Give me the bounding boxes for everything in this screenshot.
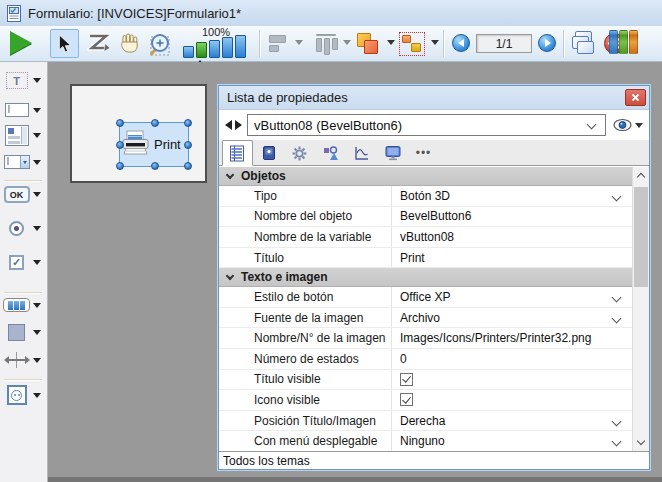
visibility-options-button[interactable] xyxy=(613,118,643,132)
checkbox-checked[interactable] xyxy=(400,373,413,386)
previous-page-button[interactable] xyxy=(452,34,470,52)
level-objects-button[interactable] xyxy=(355,31,381,57)
property-row-numero-estados[interactable]: Número de estados 0 xyxy=(219,349,632,370)
radio-button-tool[interactable] xyxy=(0,221,48,236)
chevron-down-icon[interactable] xyxy=(612,192,622,202)
zoom-bar-400[interactable] xyxy=(222,37,233,58)
zoom-bar-800[interactable] xyxy=(235,35,246,58)
scroll-down-icon[interactable] xyxy=(633,434,649,451)
property-value[interactable]: Ninguno xyxy=(400,434,445,448)
checkbox-checked[interactable] xyxy=(400,393,413,406)
zoom-bar-50[interactable] xyxy=(183,46,194,58)
chevron-down-icon[interactable] xyxy=(33,260,41,265)
property-row-titulo-visible[interactable]: Título visible xyxy=(219,370,632,391)
form-page-area[interactable]: Print xyxy=(70,84,207,183)
property-value[interactable]: Office XP xyxy=(400,290,450,304)
button-grid-tool[interactable] xyxy=(0,298,48,312)
text-tool[interactable]: T xyxy=(0,72,48,89)
next-object-icon[interactable] xyxy=(235,120,242,130)
scroll-up-icon[interactable] xyxy=(633,167,649,184)
chevron-down-icon[interactable] xyxy=(33,192,41,197)
tab-book[interactable] xyxy=(253,141,284,165)
property-value[interactable]: Archivo xyxy=(400,311,440,325)
section-header-texto-imagen[interactable]: Texto e imagen xyxy=(219,268,632,287)
chevron-down-icon[interactable] xyxy=(612,313,622,323)
chevron-down-icon[interactable] xyxy=(33,303,41,308)
entry-order-tool-button[interactable] xyxy=(87,32,111,54)
section-header-objetos[interactable]: Objetos xyxy=(219,167,632,186)
align-button[interactable] xyxy=(267,34,293,54)
splitter-tool[interactable] xyxy=(0,352,48,368)
property-value[interactable]: BevelButton6 xyxy=(400,209,471,223)
execute-form-button[interactable] xyxy=(10,31,32,55)
property-row-posicion-titulo-imagen[interactable]: Posición Título/Imagen Derecha xyxy=(219,411,632,432)
next-page-button[interactable] xyxy=(538,34,556,52)
group-objects-button[interactable] xyxy=(399,32,425,56)
property-value[interactable]: Images/Icons/Printers/Printer32.png xyxy=(400,331,591,345)
chevron-down-icon[interactable] xyxy=(33,108,41,113)
rectangle-tool[interactable] xyxy=(0,324,48,341)
tab-more[interactable]: ••• xyxy=(408,141,439,165)
selection-handle-s[interactable] xyxy=(151,162,159,170)
close-button[interactable] xyxy=(625,89,646,106)
tab-shapes[interactable] xyxy=(315,141,346,165)
input-tool[interactable]: I xyxy=(0,103,48,117)
display-pages-button[interactable] xyxy=(570,31,596,55)
property-row-con-menu-desplegable[interactable]: Con menú desplegable Ninguno xyxy=(219,431,632,451)
window-titlebar[interactable]: Formulario: [INVOICES]Formulario1* xyxy=(0,0,662,26)
align-dropdown[interactable] xyxy=(295,40,303,45)
tab-events[interactable] xyxy=(284,141,315,165)
zoom-bar-200[interactable] xyxy=(209,40,220,58)
scrollbar-thumb[interactable] xyxy=(634,187,648,287)
zoom-bar-100-active[interactable] xyxy=(196,42,207,58)
selection-handle-se[interactable] xyxy=(184,162,192,170)
chevron-down-icon[interactable] xyxy=(33,226,41,231)
selection-handle-sw[interactable] xyxy=(116,162,124,170)
chevron-down-icon[interactable] xyxy=(612,293,622,303)
property-row-fuente-imagen[interactable]: Fuente de la imagen Archivo xyxy=(219,308,632,329)
property-row-nombre-imagen[interactable]: Nombre/N° de la imagen Images/Icons/Prin… xyxy=(219,328,632,349)
select-tool-button[interactable] xyxy=(50,29,79,58)
property-row-nombre-variable[interactable]: Nombre de la variable vButton08 xyxy=(219,227,632,248)
chevron-down-icon[interactable] xyxy=(612,437,622,447)
property-row-nombre-objeto[interactable]: Nombre del objeto BevelButton6 xyxy=(219,207,632,228)
zoom-level-control[interactable]: 100% xyxy=(181,27,251,60)
tab-property-list[interactable] xyxy=(222,140,253,166)
property-row-tipo[interactable]: Tipo Botón 3D xyxy=(219,186,632,207)
previous-object-icon[interactable] xyxy=(225,120,232,130)
selection-handle-nw[interactable] xyxy=(116,119,124,127)
tab-chart[interactable] xyxy=(346,141,377,165)
combo-box-tool[interactable]: I xyxy=(0,155,48,169)
selection-handle-n[interactable] xyxy=(151,119,159,127)
plugin-area-tool[interactable] xyxy=(0,385,48,405)
group-dropdown[interactable] xyxy=(431,40,439,45)
distribute-button[interactable] xyxy=(313,32,341,56)
property-window-titlebar[interactable]: Lista de propiedades xyxy=(219,86,649,110)
property-scrollbar[interactable] xyxy=(632,167,649,451)
chevron-down-icon[interactable] xyxy=(33,393,41,398)
zoom-bars[interactable] xyxy=(183,35,246,58)
property-value[interactable]: Botón 3D xyxy=(400,189,450,203)
distribute-dropdown[interactable] xyxy=(343,40,351,45)
chevron-down-icon[interactable] xyxy=(612,416,622,426)
property-row-icono-visible[interactable]: Icono visible xyxy=(219,390,632,411)
chevron-down-icon[interactable] xyxy=(33,78,41,83)
selected-bevel-button[interactable]: Print xyxy=(119,122,189,167)
property-value[interactable]: Print xyxy=(400,251,425,265)
object-selector[interactable]: vButton08 (BevelButton6) xyxy=(247,114,606,136)
chevron-down-icon[interactable] xyxy=(33,330,41,335)
button-tool[interactable]: OK xyxy=(0,186,48,203)
chevron-down-icon[interactable] xyxy=(33,160,41,165)
chevron-down-icon[interactable] xyxy=(33,133,41,138)
pan-tool-button[interactable] xyxy=(118,32,141,55)
selection-handle-w[interactable] xyxy=(116,141,124,149)
property-row-titulo[interactable]: Título Print xyxy=(219,248,632,269)
explorer-button[interactable] xyxy=(609,30,638,54)
property-value[interactable]: vButton08 xyxy=(400,230,454,244)
zoom-tool-button[interactable] xyxy=(148,31,174,57)
chevron-down-icon[interactable] xyxy=(33,358,41,363)
level-dropdown[interactable] xyxy=(387,40,395,45)
list-box-tool[interactable] xyxy=(0,125,48,146)
selection-handle-e[interactable] xyxy=(184,141,192,149)
tab-display[interactable] xyxy=(377,141,408,165)
